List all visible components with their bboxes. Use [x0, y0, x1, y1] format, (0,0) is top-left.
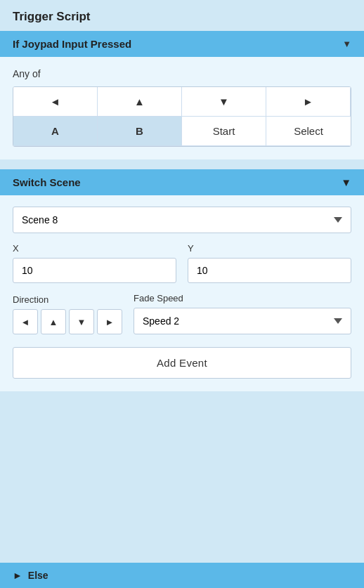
- switch-scene-chevron-icon: ▼: [341, 176, 351, 188]
- fade-speed-select[interactable]: Speed 1 Speed 2 Speed 3 Speed 4: [134, 308, 351, 334]
- joypad-btn-up-arrow[interactable]: ▲: [98, 87, 182, 117]
- any-of-label: Any of: [13, 68, 351, 79]
- dir-btn-right[interactable]: ►: [97, 309, 122, 334]
- fade-speed-label: Fade Speed: [134, 293, 351, 303]
- direction-buttons: ◄ ▲ ▼ ►: [13, 309, 122, 334]
- if-section-label: If Joypad Input Pressed: [13, 38, 131, 50]
- switch-scene-body: Scene 1 Scene 2 Scene 3 Scene 4 Scene 5 …: [0, 195, 364, 391]
- else-label: Else: [28, 570, 48, 581]
- title-bar: Trigger Script: [0, 0, 364, 31]
- if-section-header[interactable]: If Joypad Input Pressed ▼: [0, 31, 364, 57]
- x-input[interactable]: [13, 258, 176, 283]
- direction-row: Direction ◄ ▲ ▼ ► Fade Speed Speed 1 Spe…: [13, 293, 351, 334]
- joypad-btn-right-arrow[interactable]: ►: [266, 87, 351, 117]
- joypad-btn-b[interactable]: B: [98, 117, 182, 146]
- dir-btn-left[interactable]: ◄: [13, 309, 38, 334]
- dir-btn-down[interactable]: ▼: [69, 309, 94, 334]
- else-section[interactable]: ► Else: [0, 563, 364, 588]
- joypad-btn-a[interactable]: A: [13, 117, 98, 146]
- joypad-btn-select[interactable]: Select: [266, 117, 351, 146]
- xy-row: X Y: [13, 243, 351, 283]
- x-field-group: X: [13, 243, 176, 283]
- if-section-chevron-icon: ▼: [342, 39, 351, 49]
- else-arrow-icon: ►: [13, 570, 22, 581]
- page-title: Trigger Script: [13, 10, 91, 23]
- x-label: X: [13, 243, 176, 254]
- y-input[interactable]: [188, 258, 351, 283]
- joypad-btn-left-arrow[interactable]: ◄: [13, 87, 98, 117]
- direction-group: Direction ◄ ▲ ▼ ►: [13, 294, 122, 334]
- joypad-btn-start[interactable]: Start: [182, 117, 266, 146]
- joypad-btn-down-arrow[interactable]: ▼: [182, 87, 266, 117]
- add-event-button[interactable]: Add Event: [13, 347, 351, 379]
- switch-scene-header[interactable]: Switch Scene ▼: [0, 169, 364, 195]
- y-field-group: Y: [188, 243, 351, 283]
- spacer: [0, 391, 364, 563]
- joypad-button-grid: ◄ ▲ ▼ ► A B Start Select: [13, 86, 351, 147]
- scene-select[interactable]: Scene 1 Scene 2 Scene 3 Scene 4 Scene 5 …: [13, 207, 351, 233]
- if-section-body: Any of ◄ ▲ ▼ ► A B Start Select: [0, 57, 364, 159]
- switch-scene-label: Switch Scene: [13, 176, 81, 188]
- switch-scene-section: Switch Scene ▼ Scene 1 Scene 2 Scene 3 S…: [0, 169, 364, 391]
- y-label: Y: [188, 243, 351, 254]
- fade-speed-group: Fade Speed Speed 1 Speed 2 Speed 3 Speed…: [134, 293, 351, 334]
- page-container: Trigger Script If Joypad Input Pressed ▼…: [0, 0, 364, 588]
- dir-btn-up[interactable]: ▲: [41, 309, 66, 334]
- direction-label: Direction: [13, 294, 122, 305]
